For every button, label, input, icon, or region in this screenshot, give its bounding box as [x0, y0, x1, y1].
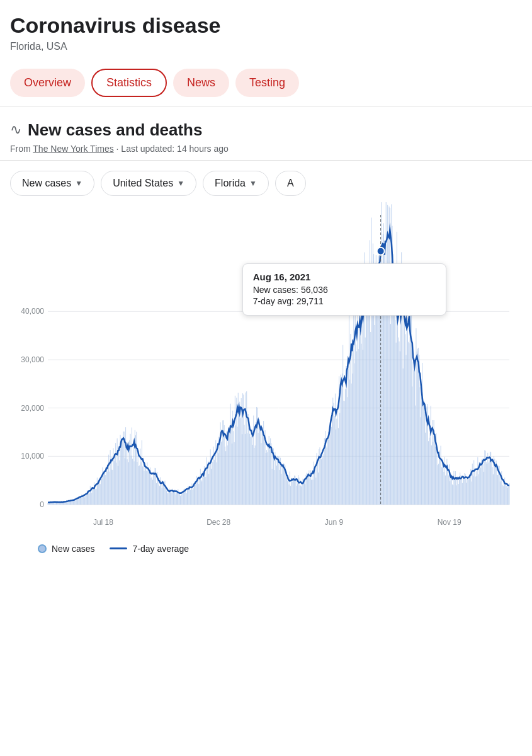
- legend-area: New cases 7-day average: [0, 540, 532, 566]
- subtitle: Florida, USA: [10, 41, 522, 52]
- filter-extra[interactable]: A: [275, 171, 306, 196]
- filter-metric-arrow: ▼: [75, 179, 82, 188]
- section-title: New cases and deaths: [28, 120, 202, 140]
- legend-avg: 7-day average: [110, 544, 189, 554]
- filter-country-label: United States: [113, 178, 173, 189]
- tabs-container: Overview Statistics News Testing: [0, 60, 532, 106]
- legend-avg-label: 7-day average: [132, 544, 189, 554]
- section-header: ∿ New cases and deaths: [0, 106, 532, 144]
- filter-extra-label: A: [287, 178, 294, 189]
- filter-country[interactable]: United States ▼: [101, 171, 196, 196]
- legend-cases: New cases: [38, 544, 94, 554]
- filter-state-arrow: ▼: [249, 179, 257, 188]
- source-prefix: From: [10, 144, 33, 154]
- tab-news[interactable]: News: [173, 69, 229, 97]
- filter-state[interactable]: Florida ▼: [203, 171, 269, 196]
- main-title: Coronavirus disease: [10, 13, 522, 38]
- chart-wrapper: Aug 16, 2021 New cases: 56,036 7-day avg…: [10, 202, 522, 530]
- legend-cases-icon: [38, 544, 47, 553]
- filter-metric-label: New cases: [22, 178, 71, 189]
- filter-metric[interactable]: New cases ▼: [10, 171, 94, 196]
- source-suffix: · Last updated: 14 hours ago: [114, 144, 229, 154]
- page-header: Coronavirus disease Florida, USA: [0, 0, 532, 60]
- source-link[interactable]: The New York Times: [33, 144, 113, 154]
- filters-container: New cases ▼ United States ▼ Florida ▼ A: [0, 161, 532, 202]
- legend-cases-label: New cases: [52, 544, 94, 554]
- filter-country-arrow: ▼: [177, 179, 184, 188]
- tab-overview[interactable]: Overview: [10, 69, 85, 97]
- tab-statistics[interactable]: Statistics: [91, 69, 167, 97]
- legend-avg-icon: [110, 547, 127, 549]
- filter-state-label: Florida: [215, 178, 246, 189]
- tab-testing[interactable]: Testing: [235, 69, 299, 97]
- section-source: From The New York Times · Last updated: …: [0, 144, 532, 160]
- chart-icon: ∿: [10, 122, 21, 138]
- chart-canvas[interactable]: [10, 202, 522, 530]
- chart-area: Aug 16, 2021 New cases: 56,036 7-day avg…: [0, 202, 532, 540]
